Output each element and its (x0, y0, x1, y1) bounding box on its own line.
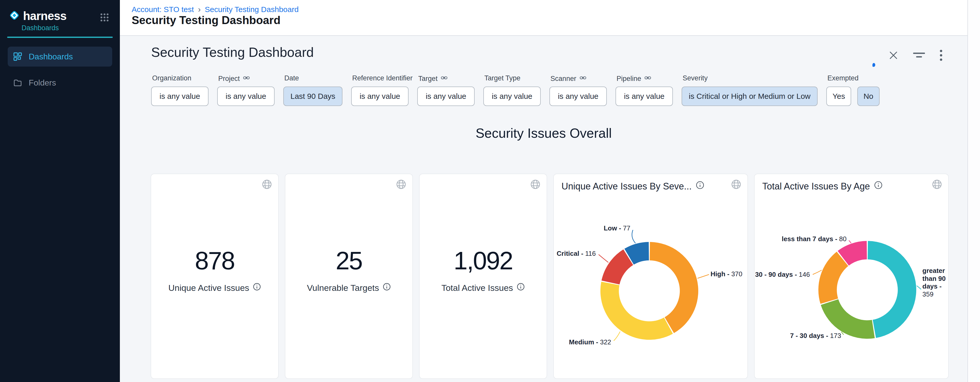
filter-bar: Organization is any value Project is a (151, 74, 880, 106)
donut-label-critical: Critical - 116 (557, 250, 596, 258)
filter-target: Target is any value (417, 74, 475, 106)
filter-target-type: Target Type is any value (483, 74, 541, 106)
cards-row: 878 Unique Active Issues 25 Vulnerable T… (151, 174, 949, 379)
filter-exempted: Exempted YesNo (826, 74, 879, 106)
globe-icon (396, 179, 407, 191)
donut-slice-medium[interactable] (600, 282, 673, 340)
app-grid-icon[interactable] (100, 13, 109, 23)
globe-icon (530, 179, 541, 191)
filter-label: Target Type (484, 74, 520, 82)
chart-tile-unique-active-issues-by-severity: Unique Active Issues By Seve... Low - 77… (553, 174, 748, 379)
filter-date: Date Last 90 Days (283, 74, 342, 106)
top-header: Account: STO test › Security Testing Das… (120, 0, 967, 36)
dashboards-icon (13, 52, 22, 61)
breadcrumb: Account: STO test › Security Testing Das… (132, 5, 299, 14)
filter-label: Date (284, 74, 299, 82)
stat-value: 25 (285, 246, 412, 275)
breadcrumb-separator-icon: › (198, 5, 201, 14)
filter-label: Target (418, 74, 448, 83)
label-leader-line (598, 255, 608, 262)
donut-label-greater-than-90-days: greater than 90 days - 359 (923, 267, 947, 298)
linked-filter-icon (644, 74, 651, 83)
label-leader-line (813, 270, 822, 274)
sidebar-nav: Dashboards Folders (0, 47, 120, 93)
label-leader-line (614, 331, 620, 341)
vertical-scrollbar[interactable] (967, 0, 980, 382)
filter-toggle-group: YesNo (826, 87, 879, 106)
section-title: Security Issues Overall (120, 125, 967, 141)
sidebar-item-folders[interactable]: Folders (8, 73, 112, 93)
filter-label: Reference Identifier (352, 74, 413, 82)
page-title: Security Testing Dashboard (132, 14, 280, 27)
donut-label-medium: Medium - 322 (569, 338, 611, 346)
filter-scanner: Scanner is any value (549, 74, 607, 106)
dashboard-panel: Security Testing Dashboard Organization (120, 36, 967, 382)
donut-label-high: High - 370 (711, 270, 742, 278)
sidebar: harness Dashboards Dashboards (0, 0, 120, 382)
harness-logo-icon (8, 9, 21, 23)
filter-option-yes[interactable]: Yes (826, 87, 851, 106)
stat-label: Vulnerable Targets (285, 283, 412, 293)
breadcrumb-dashboard-link[interactable]: Security Testing Dashboard (205, 5, 299, 14)
filter-label: Severity (682, 74, 708, 82)
filter-label: Project (218, 74, 250, 83)
dashboard-actions (888, 49, 943, 62)
filter-value[interactable]: is Critical or High or Medium or Low (682, 87, 818, 106)
folder-icon (13, 78, 22, 87)
linked-filter-icon (441, 74, 448, 83)
donut-slice-high[interactable] (650, 242, 698, 333)
filter-pipeline: Pipeline is any value (616, 74, 673, 106)
filter-value[interactable]: is any value (616, 87, 673, 106)
linked-filter-icon (243, 74, 250, 83)
stat-tile-total-active-issues: 1,092 Total Active Issues (419, 174, 547, 379)
label-leader-line (849, 241, 851, 243)
brand-name: harness (23, 9, 66, 23)
breadcrumb-account-link[interactable]: Account: STO test (132, 5, 194, 14)
linked-filter-icon (579, 74, 587, 83)
filter-label: Exempted (827, 74, 859, 82)
filter-value[interactable]: is any value (217, 87, 275, 106)
donut-slice-30-90-days[interactable] (818, 252, 848, 304)
info-icon[interactable] (253, 283, 261, 293)
stat-tile-unique-active-issues: 878 Unique Active Issues (151, 174, 279, 379)
close-icon[interactable] (888, 50, 899, 62)
info-icon[interactable] (517, 283, 525, 293)
filter-value[interactable]: is any value (483, 87, 541, 106)
sidebar-item-dashboards[interactable]: Dashboards (8, 47, 112, 67)
filter-severity: Severity is Critical or High or Medium o… (682, 74, 818, 106)
filter-value[interactable]: is any value (549, 87, 607, 106)
sidebar-item-label: Dashboards (29, 52, 73, 62)
more-options-icon[interactable] (939, 49, 943, 62)
info-icon[interactable] (383, 283, 391, 293)
filter-value[interactable]: is any value (417, 87, 475, 106)
filter-label: Organization (152, 74, 191, 82)
dashboard-title: Security Testing Dashboard (151, 44, 314, 60)
stat-value: 878 (151, 246, 278, 275)
security-testing-dashboard-page: { "sidebar": { "brand": "harness", "prod… (0, 0, 980, 382)
stat-tile-vulnerable-targets: 25 Vulnerable Targets (285, 174, 413, 379)
label-leader-line (917, 286, 921, 289)
chart-tile-total-active-issues-by-age: Total Active Issues By Age less than 7 d… (754, 174, 949, 379)
stat-value: 1,092 (420, 246, 547, 275)
filter-label: Scanner (550, 74, 587, 83)
stat-label: Total Active Issues (420, 283, 547, 293)
donut-slice-greater-than-90-days[interactable] (868, 241, 916, 338)
filter-reference-identifier: Reference Identifier is any value (351, 74, 409, 106)
donut-label-30-90-days: 30 - 90 days - 146 (755, 271, 810, 279)
filter-label: Pipeline (617, 74, 651, 83)
filter-value[interactable]: is any value (151, 87, 208, 106)
sidebar-divider (7, 36, 113, 38)
filter-value[interactable]: Last 90 Days (283, 87, 342, 106)
globe-icon (261, 179, 272, 191)
label-leader-line (697, 274, 709, 278)
label-leader-line (632, 230, 635, 243)
stat-label: Unique Active Issues (151, 283, 278, 293)
filter-project: Project is any value (217, 74, 275, 106)
filter-value[interactable]: is any value (351, 87, 409, 106)
filters-toggle-icon[interactable] (913, 50, 925, 62)
donut-label-less-than-7-days: less than 7 days - 80 (782, 235, 846, 243)
sidebar-item-label: Folders (29, 78, 56, 87)
filter-option-no[interactable]: No (857, 87, 879, 106)
filter-organization: Organization is any value (151, 74, 208, 106)
mouse-cursor (872, 63, 875, 67)
